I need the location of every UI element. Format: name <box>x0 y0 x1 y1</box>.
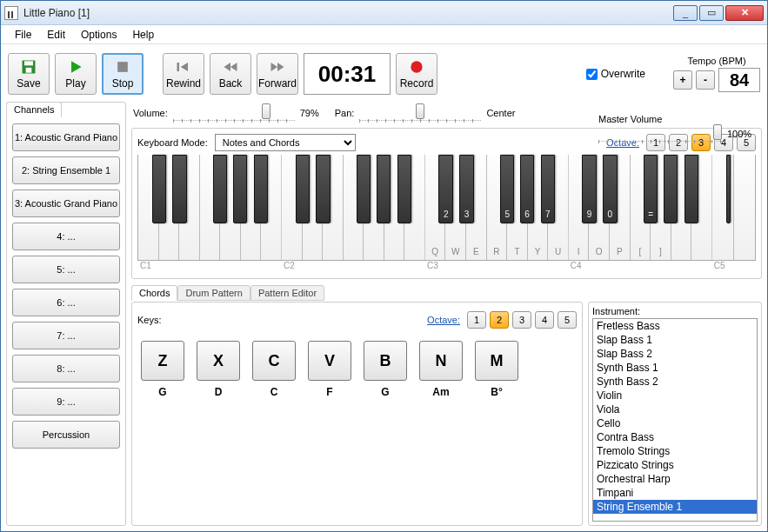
white-key[interactable]: I <box>569 155 590 260</box>
chord-key-B[interactable]: B <box>364 341 407 381</box>
play-button[interactable]: Play <box>55 53 97 95</box>
instrument-item[interactable]: Viola <box>593 402 757 416</box>
white-key[interactable]: [ <box>631 155 651 260</box>
volume-slider[interactable] <box>173 105 295 121</box>
back-button[interactable]: Back <box>210 53 251 95</box>
channel-button-1[interactable]: 1: Acoustic Grand Piano <box>12 123 120 151</box>
white-key[interactable]: E <box>466 155 487 260</box>
channel-button-7[interactable]: 7: ... <box>12 322 120 349</box>
white-key[interactable]: U <box>548 155 568 260</box>
svg-rect-1 <box>24 61 33 65</box>
instrument-item[interactable]: Synth Bass 2 <box>593 375 757 389</box>
instrument-item[interactable]: Timpani <box>593 486 757 500</box>
overwrite-checkbox[interactable] <box>586 69 598 80</box>
instrument-item[interactable]: Synth Bass 1 <box>593 361 757 375</box>
tempo-plus-button[interactable]: + <box>673 70 692 90</box>
white-key[interactable] <box>404 155 424 260</box>
white-key[interactable] <box>691 155 711 260</box>
instrument-item[interactable]: Violin <box>593 389 757 402</box>
chord-key-V[interactable]: V <box>308 341 351 381</box>
white-key[interactable]: R <box>487 155 508 260</box>
save-button[interactable]: Save <box>8 53 50 95</box>
white-key[interactable] <box>303 155 324 260</box>
menu-options[interactable]: Options <box>74 27 124 43</box>
menu-help[interactable]: Help <box>125 27 161 43</box>
instrument-item[interactable]: Fretless Bass <box>593 319 757 333</box>
white-key[interactable] <box>200 155 221 260</box>
rewind-button[interactable]: Rewind <box>163 53 204 95</box>
chords-octave-5[interactable]: 5 <box>558 311 577 329</box>
chord-key-C[interactable]: C <box>252 341 296 381</box>
white-key[interactable]: O <box>589 155 610 260</box>
maximize-button[interactable]: ▭ <box>699 5 724 21</box>
chord-key-M[interactable]: M <box>475 341 518 381</box>
chords-octave-4[interactable]: 4 <box>535 311 554 329</box>
white-key[interactable] <box>179 155 200 260</box>
white-key[interactable] <box>384 155 405 260</box>
record-button[interactable]: Record <box>396 53 437 95</box>
menu-edit[interactable]: Edit <box>40 27 72 43</box>
channel-button-9[interactable]: 9: ... <box>12 388 120 416</box>
white-key[interactable] <box>241 155 262 260</box>
white-key[interactable]: Y <box>528 155 549 260</box>
channel-button-3[interactable]: 3: Acoustic Grand Piano <box>12 190 120 217</box>
master-volume-slider[interactable] <box>598 126 722 142</box>
stop-button[interactable]: Stop <box>102 53 144 95</box>
white-key[interactable] <box>138 155 159 260</box>
time-display: 00:31 <box>304 53 391 95</box>
instrument-item[interactable]: Slap Bass 1 <box>593 333 757 347</box>
white-key[interactable] <box>734 155 755 260</box>
svg-marker-6 <box>181 63 188 71</box>
white-key[interactable] <box>220 155 241 260</box>
white-key[interactable]: Q <box>425 155 446 260</box>
instrument-item[interactable]: Pizzicato Strings <box>593 458 757 472</box>
channel-button-6[interactable]: 6: ... <box>12 289 120 316</box>
pan-slider[interactable] <box>359 105 481 121</box>
white-key[interactable] <box>261 155 281 260</box>
chord-tab-pattern-editor[interactable]: Pattern Editor <box>250 285 324 301</box>
chord-key-X[interactable]: X <box>197 341 240 381</box>
white-key[interactable] <box>159 155 180 260</box>
instrument-item[interactable]: Orchestral Harp <box>593 472 757 486</box>
rewind-icon <box>175 58 192 76</box>
forward-button[interactable]: Forward <box>257 53 298 95</box>
white-key[interactable]: P <box>610 155 631 260</box>
instrument-item[interactable]: Tremolo Strings <box>593 444 757 458</box>
tempo-minus-button[interactable]: - <box>696 70 715 90</box>
instrument-item[interactable]: Cello <box>593 416 757 430</box>
menu-file[interactable]: File <box>8 27 38 43</box>
chord-name: G <box>158 386 166 398</box>
white-key[interactable]: T <box>507 155 528 260</box>
channels-tab[interactable]: Channels <box>6 102 62 117</box>
white-key[interactable] <box>282 155 303 260</box>
minimize-button[interactable]: _ <box>673 5 698 21</box>
chords-octave-3[interactable]: 3 <box>512 311 531 329</box>
chords-octave-2[interactable]: 2 <box>490 311 509 329</box>
chord-key-N[interactable]: N <box>419 341 463 381</box>
channel-button-5[interactable]: 5: ... <box>12 256 120 283</box>
white-key[interactable] <box>344 155 364 260</box>
instrument-item[interactable]: Contra Bass <box>593 430 757 444</box>
white-key[interactable]: ] <box>651 155 671 260</box>
chord-tab-drum-pattern[interactable]: Drum Pattern <box>177 285 250 301</box>
titlebar[interactable]: Little Piano [1] _ ▭ ✕ <box>1 1 767 25</box>
channel-button-8[interactable]: 8: ... <box>12 355 120 382</box>
white-key[interactable] <box>712 155 734 260</box>
instrument-item[interactable]: String Ensemble 1 <box>593 500 757 514</box>
white-key[interactable]: W <box>445 155 466 260</box>
white-key[interactable] <box>323 155 344 260</box>
channel-button-4[interactable]: 4: ... <box>12 223 120 250</box>
channel-button-10[interactable]: Percussion <box>12 421 120 449</box>
chord-key-Z[interactable]: Z <box>141 341 184 381</box>
piano-keyboard[interactable]: C1C2QWERTYU23567C3IOP[]90=C4C5 <box>137 155 756 261</box>
close-button[interactable]: ✕ <box>725 5 764 21</box>
chords-octave-1[interactable]: 1 <box>467 311 486 329</box>
instrument-list[interactable]: Fretless BassSlap Bass 1Slap Bass 2Synth… <box>592 318 758 522</box>
instrument-item[interactable]: Slap Bass 2 <box>593 347 757 361</box>
channel-button-2[interactable]: 2: String Ensemble 1 <box>12 156 120 184</box>
chord-tab-chords[interactable]: Chords <box>131 285 177 301</box>
kbmode-select[interactable]: Notes and Chords <box>215 134 356 151</box>
chords-octave-label[interactable]: Octave: <box>427 315 460 325</box>
white-key[interactable] <box>364 155 384 260</box>
white-key[interactable] <box>671 155 692 260</box>
